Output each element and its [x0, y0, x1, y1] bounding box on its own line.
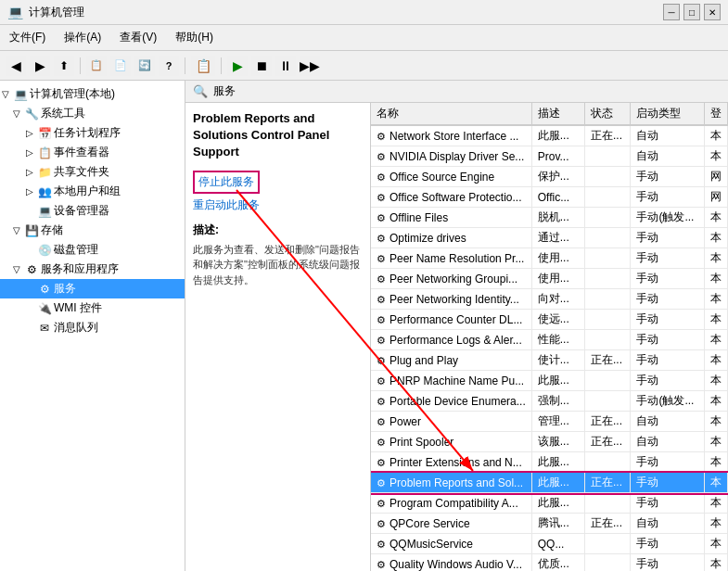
- col-desc[interactable]: 描述: [531, 103, 584, 125]
- tree-root[interactable]: ▽ 💻 计算机管理(本地): [0, 84, 185, 104]
- table-row[interactable]: ⚙Peer Networking Identity...向对...手动本: [371, 289, 728, 310]
- table-row[interactable]: ⚙Office Software Protectio...Offic...手动网: [371, 187, 728, 208]
- refresh-button[interactable]: 🔄: [134, 56, 155, 76]
- table-row[interactable]: ⚙Network Store Interface ...此服...正在...自动…: [371, 125, 728, 146]
- pause-button[interactable]: ⏸: [275, 56, 296, 76]
- service-status-cell: [585, 310, 631, 330]
- service-icon: ⚙: [377, 375, 386, 387]
- forward-button[interactable]: ▶: [30, 56, 50, 76]
- table-row[interactable]: ⚙Program Compatibility A...此服...手动本: [371, 493, 728, 514]
- folder-icon: 📁: [37, 166, 52, 179]
- table-row[interactable]: ⚙Offline Files脱机...手动(触发...本: [371, 208, 728, 228]
- tree-mq-label: 消息队列: [54, 320, 98, 336]
- tree-item-disk-mgmt[interactable]: 💿 磁盘管理: [0, 240, 185, 260]
- back-button[interactable]: ◀: [6, 56, 26, 76]
- service-name-cell: ⚙Program Compatibility A...: [371, 493, 531, 514]
- table-row[interactable]: ⚙Printer Extensions and N...此服...手动本: [371, 452, 728, 473]
- service-desc-cell: Prov...: [531, 146, 584, 167]
- tree-storage-arrow: ▽: [13, 225, 24, 235]
- address-label: 服务: [213, 83, 236, 99]
- table-row[interactable]: ⚙Quality Windows Audio V...优质...手动本: [371, 554, 728, 572]
- col-login[interactable]: 登: [704, 103, 727, 125]
- table-row[interactable]: ⚙Plug and Play使计...正在...手动本: [371, 350, 728, 371]
- tree-item-device-manager[interactable]: 💻 设备管理器: [0, 201, 185, 221]
- play-button[interactable]: ▶: [227, 56, 248, 76]
- service-icon: ⚙: [377, 131, 386, 142]
- tree-item-task-scheduler[interactable]: ▷ 📅 任务计划程序: [0, 123, 185, 143]
- tree-item-services[interactable]: ⚙ 服务: [0, 279, 185, 298]
- table-row[interactable]: ⚙Performance Counter DL...使远...手动本: [371, 310, 728, 330]
- properties-button[interactable]: 📄: [110, 56, 131, 76]
- service-login-cell: 本: [704, 412, 727, 432]
- tree-disk-label: 磁盘管理: [54, 242, 98, 258]
- col-startup[interactable]: 启动类型: [631, 103, 705, 125]
- restart-service-action[interactable]: 重启动此服务: [193, 198, 260, 211]
- menu-file[interactable]: 文件(F): [0, 27, 55, 48]
- table-row[interactable]: ⚙Print Spooler该服...正在...自动本: [371, 432, 728, 452]
- table-row[interactable]: ⚙PNRP Machine Name Pu...此服...手动本: [371, 371, 728, 391]
- service-login-cell: 本: [704, 473, 727, 493]
- minimize-button[interactable]: ─: [663, 4, 680, 20]
- service-name-cell: ⚙Office Software Protectio...: [371, 187, 531, 208]
- menu-action[interactable]: 操作(A): [55, 27, 110, 48]
- tree-item-message-queue[interactable]: ✉ 消息队列: [0, 318, 185, 337]
- col-name[interactable]: 名称: [371, 103, 531, 125]
- table-row[interactable]: ⚙Problem Reports and Sol...此服...正在...手动本: [371, 473, 728, 493]
- tree-services-label: 服务: [54, 281, 76, 297]
- service-status-cell: 正在...: [585, 514, 631, 534]
- tree-item-wmi[interactable]: 🔌 WMI 控件: [0, 298, 185, 318]
- table-row[interactable]: ⚙Performance Logs & Aler...性能...手动本: [371, 330, 728, 350]
- service-startup-cell: 手动: [631, 330, 705, 350]
- service-name-cell: ⚙Offline Files: [371, 208, 531, 228]
- table-row[interactable]: ⚙Office Source Engine保护...手动网: [371, 167, 728, 187]
- show-hide-button[interactable]: 📋: [86, 56, 107, 76]
- tree-system-tools-label: 系统工具: [41, 106, 85, 121]
- table-row[interactable]: ⚙QPCore Service腾讯...正在...自动本: [371, 514, 728, 534]
- service-desc-cell: 使用...: [531, 269, 584, 289]
- table-row[interactable]: ⚙Peer Networking Groupi...使用...手动本: [371, 269, 728, 289]
- table-row[interactable]: ⚙NVIDIA Display Driver Se...Prov...自动本: [371, 146, 728, 167]
- stop-service-action[interactable]: 停止此服务: [195, 172, 258, 192]
- address-bar: 🔍 服务: [185, 81, 728, 103]
- tree-item-event-viewer[interactable]: ▷ 📋 事件查看器: [0, 143, 185, 162]
- browse-button[interactable]: 📋: [191, 56, 215, 76]
- toolbar-sep-3: [221, 57, 222, 74]
- service-desc-cell: 管理...: [531, 412, 584, 432]
- event-icon: 📋: [37, 146, 52, 159]
- table-row[interactable]: ⚙Portable Device Enumera...强制...手动(触发...…: [371, 391, 728, 412]
- tree-item-local-users[interactable]: ▷ 👥 本地用户和组: [0, 182, 185, 201]
- service-desc-cell: QQ...: [531, 534, 584, 554]
- tree-item-storage[interactable]: ▽ 💾 存储: [0, 221, 185, 240]
- service-name-cell: ⚙Printer Extensions and N...: [371, 452, 531, 473]
- services-apps-icon: ⚙: [24, 263, 39, 276]
- table-row[interactable]: ⚙Peer Name Resolution Pr...使用...手动本: [371, 248, 728, 269]
- menu-bar: 文件(F) 操作(A) 查看(V) 帮助(H): [0, 25, 728, 51]
- service-desc-cell: 使计...: [531, 350, 584, 371]
- service-status-cell: [585, 187, 631, 208]
- service-status-cell: 正在...: [585, 125, 631, 146]
- service-icon: ⚙: [377, 233, 386, 244]
- stop-button[interactable]: ⏹: [251, 56, 272, 76]
- menu-view[interactable]: 查看(V): [110, 27, 166, 48]
- service-desc-cell: 性能...: [531, 330, 584, 350]
- service-status-cell: 正在...: [585, 350, 631, 371]
- col-status[interactable]: 状态: [585, 103, 631, 125]
- service-icon: ⚙: [377, 273, 386, 285]
- service-icon: ⚙: [377, 151, 386, 162]
- menu-help[interactable]: 帮助(H): [166, 27, 223, 48]
- tree-item-shared-folders[interactable]: ▷ 📁 共享文件夹: [0, 162, 185, 182]
- service-desc-cell: 强制...: [531, 391, 584, 412]
- maximize-button[interactable]: □: [683, 4, 700, 20]
- table-row[interactable]: ⚙Optimize drives通过...手动本: [371, 228, 728, 248]
- tree-item-system-tools[interactable]: ▽ 🔧 系统工具: [0, 104, 185, 123]
- restart-button[interactable]: ▶▶: [300, 56, 320, 76]
- device-icon: 💻: [37, 205, 52, 218]
- table-row[interactable]: ⚙Power管理...正在...自动本: [371, 412, 728, 432]
- up-button[interactable]: ⬆: [54, 56, 74, 76]
- tree-storage-label: 存储: [41, 222, 63, 238]
- table-row[interactable]: ⚙QQMusicServiceQQ...手动本: [371, 534, 728, 554]
- close-button[interactable]: ✕: [704, 4, 721, 20]
- help-button[interactable]: ?: [159, 56, 179, 76]
- tree-item-services-apps[interactable]: ▽ ⚙ 服务和应用程序: [0, 260, 185, 279]
- tree-services-apps-label: 服务和应用程序: [41, 261, 119, 277]
